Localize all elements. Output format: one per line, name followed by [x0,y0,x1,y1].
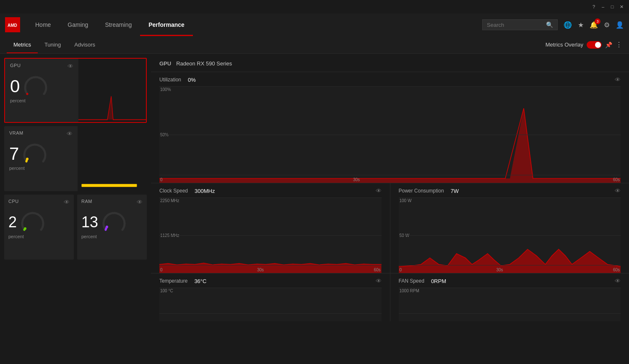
svg-point-6 [106,226,108,228]
clock-eye-icon[interactable]: 👁 [376,187,382,194]
cpu-value: 2 [8,215,17,230]
fan-value: 0RPM [431,278,446,284]
utilization-value: 0% [188,77,196,83]
metrics-overlay-label: Metrics Overlay [546,42,583,48]
power-label: Power Consumption [399,188,444,194]
tab-metrics[interactable]: Metrics [7,36,38,53]
vram-gauge [22,140,47,166]
util-x-30s: 30s [353,177,360,182]
power-x-30s: 30s [496,268,503,272]
clock-x-60s: 60s [374,268,380,272]
gpu-card[interactable]: GPU 👁 0 percent [4,58,147,123]
left-panel: GPU 👁 0 percent [0,54,151,364]
gpu-value: 0 [10,78,20,95]
clock-x-30s: 30s [257,268,264,272]
bottom-cards-row: CPU 👁 2 percent [4,195,147,260]
metrics-overlay-control: Metrics Overlay 📌 ⋮ [546,41,622,49]
temp-label: Temperature [159,278,187,284]
fan-eye-icon[interactable]: 👁 [615,278,621,284]
power-x-zero: 0 [400,268,402,272]
temp-value: 36°C [194,278,206,284]
temperature-section: Temperature 36°C 👁 100 °C [151,273,390,321]
maximize-button[interactable]: □ [609,3,616,10]
help-button[interactable]: ? [590,3,597,10]
gpu-label: GPU [10,63,21,68]
utilization-eye-icon[interactable]: 👁 [615,76,621,83]
cpu-gauge [20,209,45,234]
dual-charts-row2: Temperature 36°C 👁 100 °C [151,273,629,321]
nav-links: Home Gaming Streaming Performance [27,13,482,36]
cpu-eye-icon[interactable]: 👁 [64,199,70,205]
tab-tuning[interactable]: Tuning [38,36,68,53]
temp-chart: 100 °C [159,288,382,321]
globe-icon[interactable]: 🌐 [564,21,572,29]
window-controls: ? – □ ✕ [590,3,625,10]
utilization-row: Utilization 0% 👁 100% 50% [151,72,629,183]
nav-right: 🔍 🌐 ★ 🔔 3 ⚙ 👤 [482,19,624,30]
power-value: 7W [451,188,459,194]
tab-advisors[interactable]: Advisors [68,36,102,53]
power-x-60s: 60s [613,268,620,272]
util-y-max: 100% [160,87,171,92]
search-input[interactable] [487,22,543,28]
nav-streaming[interactable]: Streaming [96,13,140,36]
pin-icon[interactable]: 📌 [605,42,612,48]
svg-rect-4 [81,184,137,187]
gpu-sparkline [78,59,146,122]
utilization-label: Utilization [159,77,181,83]
notifications-icon[interactable]: 🔔 3 [590,21,598,29]
vram-card[interactable]: VRAM 👁 7 percent [4,126,147,191]
gpu-eye-icon[interactable]: 👁 [68,63,73,70]
account-icon[interactable]: 👤 [616,21,624,29]
util-x-60s: 60s [613,177,620,182]
nav-gaming[interactable]: Gaming [59,13,96,36]
power-eye-icon[interactable]: 👁 [615,187,621,194]
gpu-gauge [23,73,48,98]
clock-chart: 2250 MHz 1125 MHz 0 30s 60s [159,198,382,273]
minimize-button[interactable]: – [600,3,606,10]
notification-badge: 3 [595,18,600,24]
clock-label: Clock Speed [159,188,188,194]
close-button[interactable]: ✕ [618,3,625,10]
fan-chart: 1000 RPM [399,288,621,321]
ram-unit: percent [81,234,143,239]
svg-point-2 [26,158,29,160]
clock-x-zero: 0 [160,268,163,272]
cpu-card[interactable]: CPU 👁 2 percent [4,195,74,260]
gpu-header-name: Radeon RX 590 Series [176,60,232,67]
utilization-chart: 100% 50% 0 30s 60s [159,86,621,183]
cpu-unit: percent [8,234,70,239]
right-panel: GPU Radeon RX 590 Series Utilization 0% … [151,54,629,364]
metrics-overlay-toggle[interactable] [587,41,602,49]
vram-value: 7 [9,145,19,163]
clock-value: 300MHz [195,188,215,194]
svg-marker-7 [159,108,621,183]
dual-charts-row1: Clock Speed 300MHz 👁 2250 MHz 1125 MHz [151,183,629,273]
ram-card[interactable]: RAM 👁 13 percent [77,195,147,260]
svg-point-5 [24,227,26,230]
settings-icon[interactable]: ⚙ [604,21,610,29]
search-box[interactable]: 🔍 [482,19,558,30]
svg-rect-3 [78,126,147,191]
nav-performance[interactable]: Performance [140,13,193,36]
ram-eye-icon[interactable]: 👁 [137,199,143,205]
favorites-icon[interactable]: ★ [578,21,584,29]
gpu-sparkline-area [78,59,146,122]
power-chart: 100 W 50 W 0 30s 60s [399,198,621,273]
power-y-max: 100 W [400,198,412,203]
util-x-zero: 0 [160,177,163,182]
clock-y-max: 2250 MHz [160,198,179,203]
power-section: Power Consumption 7W 👁 100 W 50 W [390,183,629,273]
vram-eye-icon[interactable]: 👁 [67,130,73,137]
sub-nav: Metrics Tuning Advisors Metrics Overlay … [0,36,629,54]
nav-home[interactable]: Home [27,13,59,36]
more-icon[interactable]: ⋮ [616,41,622,49]
temp-eye-icon[interactable]: 👁 [376,278,382,284]
vram-label: VRAM [9,130,23,135]
fan-label: FAN Speed [399,278,424,284]
fan-y-max: 1000 RPM [400,289,419,293]
vram-sparkline-area [78,126,147,191]
ram-value: 13 [81,215,98,230]
cpu-label: CPU [8,199,19,204]
ram-gauge [101,209,127,234]
